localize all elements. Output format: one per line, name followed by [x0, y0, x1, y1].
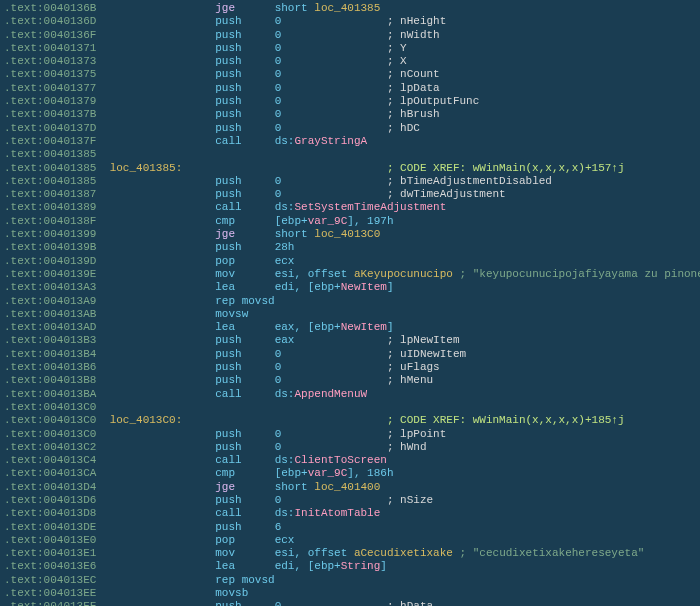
- asm-line: .text:004013BA call ds:AppendMenuW: [4, 388, 696, 401]
- asm-line: .text:0040139B push 28h: [4, 241, 696, 254]
- asm-line: .text:004013D4 jge short loc_401400: [4, 481, 696, 494]
- asm-line: .text:00401385: [4, 148, 696, 161]
- asm-line: .text:0040136B jge short loc_401385: [4, 2, 696, 15]
- asm-line: .text:00401375 push 0 ; nCount: [4, 68, 696, 81]
- asm-line: .text:0040137F call ds:GrayStringA: [4, 135, 696, 148]
- asm-line: .text:004013B3 push eax ; lpNewItem: [4, 334, 696, 347]
- asm-line: .text:004013B6 push 0 ; uFlags: [4, 361, 696, 374]
- asm-line: .text:004013AD lea eax, [ebp+NewItem]: [4, 321, 696, 334]
- asm-line: .text:0040138F cmp [ebp+var_9C], 197h: [4, 215, 696, 228]
- asm-line: .text:004013A3 lea edi, [ebp+NewItem]: [4, 281, 696, 294]
- asm-line: .text:004013C2 push 0 ; hWnd: [4, 441, 696, 454]
- asm-line: .text:00401377 push 0 ; lpData: [4, 82, 696, 95]
- asm-line: .text:004013EE movsb: [4, 587, 696, 600]
- asm-line: .text:004013D8 call ds:InitAtomTable: [4, 507, 696, 520]
- asm-line: .text:004013D6 push 0 ; nSize: [4, 494, 696, 507]
- asm-line: .text:00401373 push 0 ; X: [4, 55, 696, 68]
- asm-line: .text:004013DE push 6: [4, 521, 696, 534]
- asm-line: .text:00401385 push 0 ; bTimeAdjustmentD…: [4, 175, 696, 188]
- asm-line: .text:0040137D push 0 ; hDC: [4, 122, 696, 135]
- asm-line: .text:004013C0 push 0 ; lpPoint: [4, 428, 696, 441]
- asm-line: .text:004013B4 push 0 ; uIDNewItem: [4, 348, 696, 361]
- asm-line: .text:00401387 push 0 ; dwTimeAdjustment: [4, 188, 696, 201]
- asm-line: .text:004013C4 call ds:ClientToScreen: [4, 454, 696, 467]
- asm-line: .text:0040139E mov esi, offset aKeyupocu…: [4, 268, 696, 281]
- asm-line: .text:004013E6 lea edi, [ebp+String]: [4, 560, 696, 573]
- asm-line: .text:004013AB movsw: [4, 308, 696, 321]
- asm-line: .text:004013A9 rep movsd: [4, 295, 696, 308]
- asm-line: .text:004013B8 push 0 ; hMenu: [4, 374, 696, 387]
- asm-line: .text:00401389 call ds:SetSystemTimeAdju…: [4, 201, 696, 214]
- asm-line: .text:00401385 loc_401385: ; CODE XREF: …: [4, 162, 696, 175]
- asm-line: .text:004013CA cmp [ebp+var_9C], 186h: [4, 467, 696, 480]
- asm-line: .text:0040136F push 0 ; nWidth: [4, 29, 696, 42]
- asm-line: .text:0040136D push 0 ; nHeight: [4, 15, 696, 28]
- asm-line: .text:004013E1 mov esi, offset aCecudixe…: [4, 547, 696, 560]
- asm-line: .text:0040137B push 0 ; hBrush: [4, 108, 696, 121]
- asm-line: .text:00401371 push 0 ; Y: [4, 42, 696, 55]
- asm-line: .text:004013EF push 0 ; hData: [4, 600, 696, 606]
- asm-line: .text:00401399 jge short loc_4013C0: [4, 228, 696, 241]
- asm-line: .text:0040139D pop ecx: [4, 255, 696, 268]
- asm-line: .text:004013C0 loc_4013C0: ; CODE XREF: …: [4, 414, 696, 427]
- asm-line: .text:004013C0: [4, 401, 696, 414]
- asm-line: .text:004013E0 pop ecx: [4, 534, 696, 547]
- asm-line: .text:004013EC rep movsd: [4, 574, 696, 587]
- asm-line: .text:00401379 push 0 ; lpOutputFunc: [4, 95, 696, 108]
- disassembly-listing: .text:0040136B jge short loc_401385.text…: [4, 2, 696, 606]
